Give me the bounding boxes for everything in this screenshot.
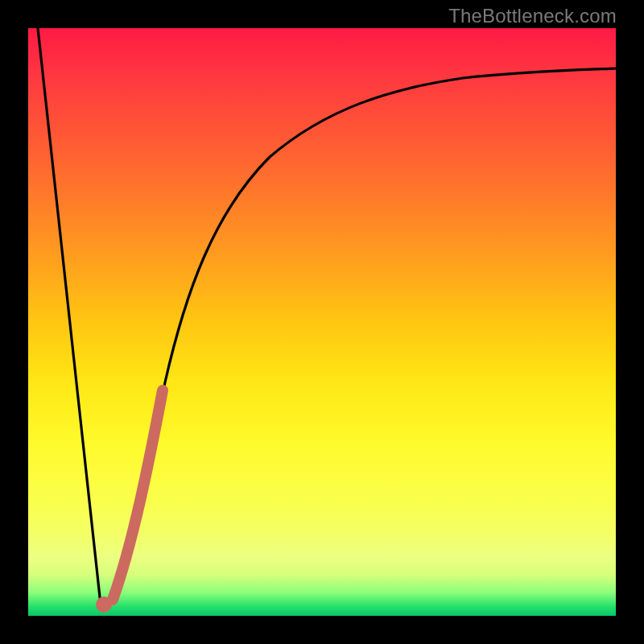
- chart-frame: TheBottleneck.com: [0, 0, 644, 644]
- highlight-segment: [113, 390, 163, 600]
- watermark-text: TheBottleneck.com: [448, 5, 617, 27]
- plot-area: [28, 28, 616, 616]
- highlight-dot: [96, 597, 112, 613]
- chart-svg: [28, 28, 616, 616]
- bottleneck-curve: [38, 28, 616, 605]
